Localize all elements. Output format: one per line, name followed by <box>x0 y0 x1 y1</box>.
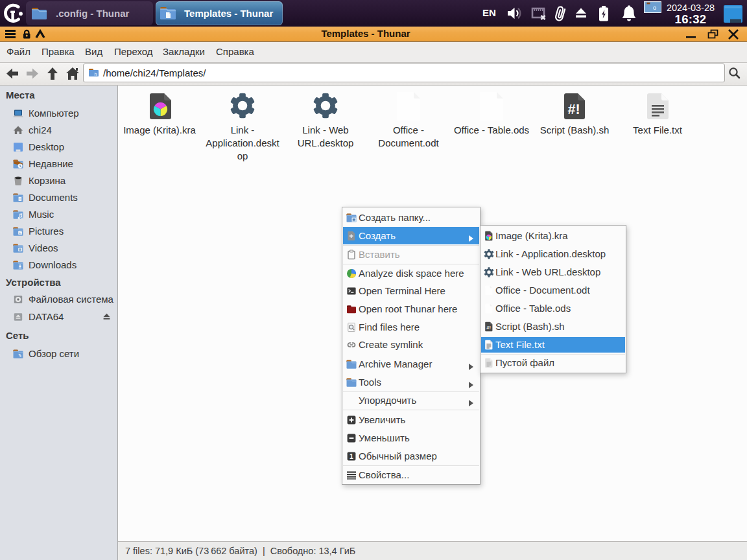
svg-text:#!: #! <box>486 325 491 331</box>
svg-text:h: h <box>95 72 97 76</box>
svg-text:1: 1 <box>350 452 353 460</box>
svg-text:o: o <box>653 5 656 11</box>
svg-text:#!: #! <box>567 102 580 117</box>
